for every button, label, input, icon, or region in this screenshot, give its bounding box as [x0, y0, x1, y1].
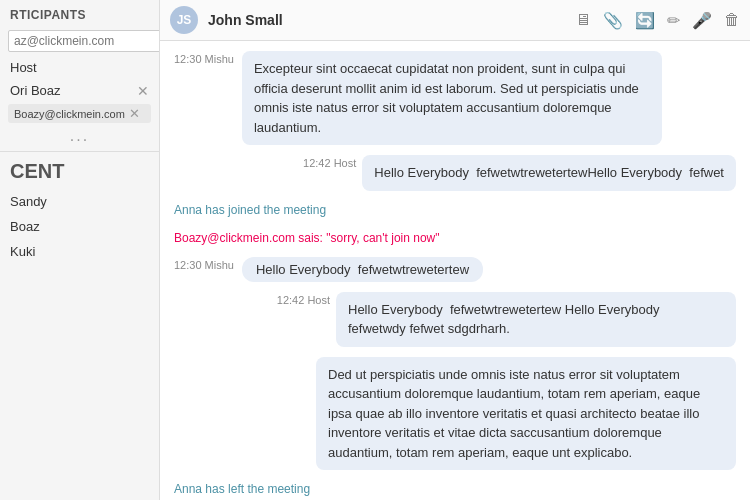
trash-icon[interactable]: 🗑: [724, 11, 740, 29]
header-icons: 🖥 📎 🔄 ✏ 🎤 🗑: [575, 11, 740, 30]
sidebar: RTICIPANTS + Host Ori Boaz ✕ Boazy@click…: [0, 0, 160, 500]
message-meta: 12:30 Mishu: [174, 53, 234, 65]
participant-ori-boaz: Ori Boaz ✕: [0, 79, 159, 102]
message-bubble-inline: Hello Everybody fefwetwtrewetertew: [242, 257, 483, 282]
cent-participant-kuki[interactable]: Kuki: [0, 239, 159, 264]
message-row: 12:30 Mishu Hello Everybody fefwetwtrewe…: [174, 257, 736, 282]
email-tag: Boazy@clickmein.com ✕: [8, 104, 151, 123]
remove-participant-button[interactable]: ✕: [137, 84, 149, 98]
avatar: JS: [170, 6, 198, 34]
email-tag-text: Boazy@clickmein.com: [14, 108, 125, 120]
message-row-plain: Ded ut perspiciatis unde omnis iste natu…: [174, 357, 736, 471]
message-bubble: Hello Everybody fefwetwtrewetertewHello …: [362, 155, 736, 191]
add-participant-input[interactable]: [8, 30, 160, 52]
message-row-right: 12:42 Host Hello Everybody fefwetwtrewet…: [174, 292, 736, 347]
message-row: 12:30 Mishu Excepteur sint occaecat cupi…: [174, 51, 736, 145]
message-bubble: Excepteur sint occaecat cupidatat non pr…: [242, 51, 662, 145]
sidebar-title: RTICIPANTS: [0, 0, 159, 26]
status-message-left: Anna has left the meeting: [174, 480, 736, 498]
message-time: 12:42 Host: [303, 157, 356, 169]
cent-participant-sandy[interactable]: Sandy: [0, 189, 159, 214]
cent-participant-boaz[interactable]: Boaz: [0, 214, 159, 239]
monitor-icon[interactable]: 🖥: [575, 11, 591, 29]
cent-label: CENT: [0, 156, 159, 189]
add-participant-row: +: [0, 26, 159, 56]
chat-area: 12:30 Mishu Excepteur sint occaecat cupi…: [160, 41, 750, 500]
message-time: 12:42 Host: [277, 294, 330, 306]
header-username: John Small: [208, 12, 565, 28]
refresh-icon[interactable]: 🔄: [635, 11, 655, 30]
participant-host: Host: [0, 56, 159, 79]
section-divider: [0, 151, 159, 152]
remove-email-button[interactable]: ✕: [129, 106, 140, 121]
mic-icon[interactable]: 🎤: [692, 11, 712, 30]
message-row-right: 12:42 Host Hello Everybody fefwetwtrewet…: [174, 155, 736, 191]
more-indicator: ...: [0, 125, 159, 147]
message-bubble: Ded ut perspiciatis unde omnis iste natu…: [316, 357, 736, 471]
participant-name: Host: [10, 60, 37, 75]
message-bubble: Hello Everybody fefwetwtrewetertew Hello…: [336, 292, 736, 347]
message-meta: 12:30 Mishu: [174, 259, 234, 271]
warning-message: Boazy@clickmein.com sais: "sorry, can't …: [174, 229, 736, 247]
main-panel: JS John Small 🖥 📎 🔄 ✏ 🎤 🗑 12:30 Mishu Ex…: [160, 0, 750, 500]
chat-header: JS John Small 🖥 📎 🔄 ✏ 🎤 🗑: [160, 0, 750, 41]
status-message: Anna has joined the meeting: [174, 201, 736, 219]
paperclip-icon[interactable]: 📎: [603, 11, 623, 30]
edit-icon[interactable]: ✏: [667, 11, 680, 30]
participant-name: Ori Boaz: [10, 83, 61, 98]
